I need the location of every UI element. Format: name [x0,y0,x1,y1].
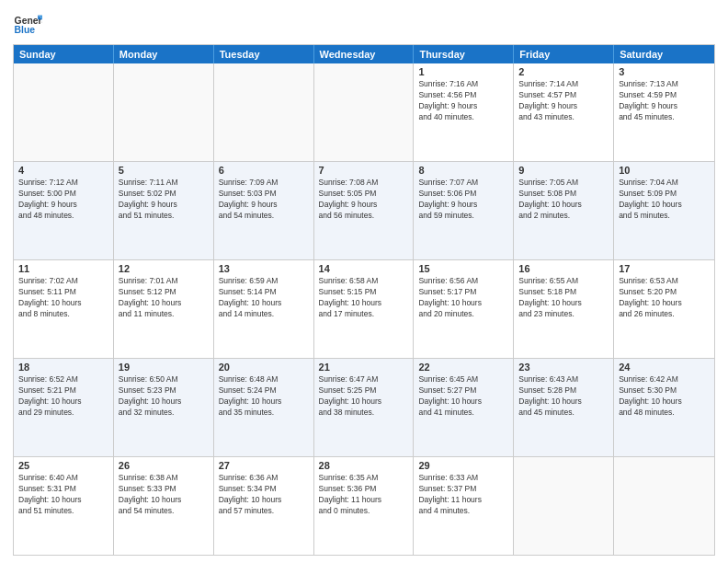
day-number: 5 [119,165,209,176]
day-number: 4 [18,165,108,176]
day-number: 8 [418,165,508,176]
day-number: 25 [18,460,108,471]
day-info: Sunrise: 7:04 AM Sunset: 5:09 PM Dayligh… [619,178,710,222]
day-header-saturday: Saturday [614,45,714,63]
day-cell: 3Sunrise: 7:13 AM Sunset: 4:59 PM Daylig… [614,63,714,161]
day-header-wednesday: Wednesday [314,45,415,63]
day-header-monday: Monday [114,45,214,63]
day-number: 6 [219,165,309,176]
day-number: 17 [619,263,710,274]
day-cell: 29Sunrise: 6:33 AM Sunset: 5:37 PM Dayli… [414,457,514,555]
day-cell [214,63,314,161]
week-row: 11Sunrise: 7:02 AM Sunset: 5:11 PM Dayli… [14,260,714,359]
day-info: Sunrise: 7:13 AM Sunset: 4:59 PM Dayligh… [619,79,710,123]
day-headers: SundayMondayTuesdayWednesdayThursdayFrid… [14,45,714,63]
day-info: Sunrise: 7:12 AM Sunset: 5:00 PM Dayligh… [18,178,108,222]
day-cell: 19Sunrise: 6:50 AM Sunset: 5:23 PM Dayli… [114,359,214,456]
day-cell: 20Sunrise: 6:48 AM Sunset: 5:24 PM Dayli… [214,359,314,456]
day-cell: 18Sunrise: 6:52 AM Sunset: 5:21 PM Dayli… [14,359,114,456]
day-info: Sunrise: 6:38 AM Sunset: 5:33 PM Dayligh… [119,473,209,517]
day-info: Sunrise: 7:08 AM Sunset: 5:05 PM Dayligh… [319,178,409,222]
week-row: 4Sunrise: 7:12 AM Sunset: 5:00 PM Daylig… [14,162,714,260]
day-info: Sunrise: 6:52 AM Sunset: 5:21 PM Dayligh… [18,374,108,419]
day-info: Sunrise: 7:01 AM Sunset: 5:12 PM Dayligh… [119,276,209,320]
day-cell: 10Sunrise: 7:04 AM Sunset: 5:09 PM Dayli… [614,162,714,259]
day-cell [14,63,114,161]
day-cell: 1Sunrise: 7:16 AM Sunset: 4:56 PM Daylig… [414,63,514,161]
day-number: 22 [418,362,508,373]
day-cell: 12Sunrise: 7:01 AM Sunset: 5:12 PM Dayli… [114,260,214,358]
day-info: Sunrise: 6:47 AM Sunset: 5:25 PM Dayligh… [319,374,409,419]
day-info: Sunrise: 6:36 AM Sunset: 5:34 PM Dayligh… [219,473,309,517]
day-number: 28 [319,460,409,471]
day-info: Sunrise: 6:43 AM Sunset: 5:28 PM Dayligh… [518,374,609,419]
day-number: 2 [518,66,609,77]
day-number: 3 [619,66,710,77]
day-info: Sunrise: 6:33 AM Sunset: 5:37 PM Dayligh… [418,473,508,517]
calendar: SundayMondayTuesdayWednesdayThursdayFrid… [13,44,715,556]
logo: General Blue [13,9,42,39]
day-cell: 13Sunrise: 6:59 AM Sunset: 5:14 PM Dayli… [214,260,314,358]
day-number: 12 [119,263,209,274]
day-cell: 9Sunrise: 7:05 AM Sunset: 5:08 PM Daylig… [514,162,614,259]
day-cell: 8Sunrise: 7:07 AM Sunset: 5:06 PM Daylig… [414,162,514,259]
day-cell: 25Sunrise: 6:40 AM Sunset: 5:31 PM Dayli… [14,457,114,555]
day-number: 15 [418,263,508,274]
day-number: 20 [219,362,309,373]
day-cell: 28Sunrise: 6:35 AM Sunset: 5:36 PM Dayli… [314,457,415,555]
week-row: 1Sunrise: 7:16 AM Sunset: 4:56 PM Daylig… [14,63,714,162]
day-info: Sunrise: 7:14 AM Sunset: 4:57 PM Dayligh… [518,79,609,123]
day-number: 24 [619,362,710,373]
day-info: Sunrise: 6:58 AM Sunset: 5:15 PM Dayligh… [319,276,409,320]
week-row: 25Sunrise: 6:40 AM Sunset: 5:31 PM Dayli… [14,457,714,555]
day-info: Sunrise: 6:56 AM Sunset: 5:17 PM Dayligh… [418,276,508,320]
day-info: Sunrise: 6:59 AM Sunset: 5:14 PM Dayligh… [219,276,309,320]
day-info: Sunrise: 6:50 AM Sunset: 5:23 PM Dayligh… [119,374,209,419]
day-number: 11 [18,263,108,274]
day-number: 7 [319,165,409,176]
day-cell: 14Sunrise: 6:58 AM Sunset: 5:15 PM Dayli… [314,260,415,358]
day-number: 23 [518,362,609,373]
day-header-thursday: Thursday [414,45,514,63]
day-cell [514,457,614,555]
day-info: Sunrise: 6:42 AM Sunset: 5:30 PM Dayligh… [619,374,710,419]
day-info: Sunrise: 7:05 AM Sunset: 5:08 PM Dayligh… [518,178,609,222]
day-number: 9 [518,165,609,176]
day-cell: 4Sunrise: 7:12 AM Sunset: 5:00 PM Daylig… [14,162,114,259]
day-info: Sunrise: 6:55 AM Sunset: 5:18 PM Dayligh… [518,276,609,320]
day-info: Sunrise: 6:53 AM Sunset: 5:20 PM Dayligh… [619,276,710,320]
day-cell: 22Sunrise: 6:45 AM Sunset: 5:27 PM Dayli… [414,359,514,456]
day-header-sunday: Sunday [14,45,114,63]
day-cell: 6Sunrise: 7:09 AM Sunset: 5:03 PM Daylig… [214,162,314,259]
day-cell: 11Sunrise: 7:02 AM Sunset: 5:11 PM Dayli… [14,260,114,358]
day-number: 13 [219,263,309,274]
day-cell: 21Sunrise: 6:47 AM Sunset: 5:25 PM Dayli… [314,359,415,456]
day-cell: 15Sunrise: 6:56 AM Sunset: 5:17 PM Dayli… [414,260,514,358]
day-info: Sunrise: 7:09 AM Sunset: 5:03 PM Dayligh… [219,178,309,222]
day-info: Sunrise: 6:45 AM Sunset: 5:27 PM Dayligh… [418,374,508,419]
day-number: 26 [119,460,209,471]
day-info: Sunrise: 7:16 AM Sunset: 4:56 PM Dayligh… [418,79,508,123]
day-cell: 27Sunrise: 6:36 AM Sunset: 5:34 PM Dayli… [214,457,314,555]
day-number: 21 [319,362,409,373]
day-number: 10 [619,165,710,176]
day-number: 1 [418,66,508,77]
week-row: 18Sunrise: 6:52 AM Sunset: 5:21 PM Dayli… [14,359,714,457]
day-info: Sunrise: 6:40 AM Sunset: 5:31 PM Dayligh… [18,473,108,517]
day-number: 18 [18,362,108,373]
day-header-friday: Friday [514,45,614,63]
day-cell: 16Sunrise: 6:55 AM Sunset: 5:18 PM Dayli… [514,260,614,358]
calendar-body: 1Sunrise: 7:16 AM Sunset: 4:56 PM Daylig… [14,63,714,555]
day-info: Sunrise: 7:07 AM Sunset: 5:06 PM Dayligh… [418,178,508,222]
day-cell [314,63,415,161]
svg-text:Blue: Blue [15,25,36,35]
day-number: 29 [418,460,508,471]
day-number: 14 [319,263,409,274]
day-cell [614,457,714,555]
day-info: Sunrise: 6:48 AM Sunset: 5:24 PM Dayligh… [219,374,309,419]
day-cell: 17Sunrise: 6:53 AM Sunset: 5:20 PM Dayli… [614,260,714,358]
day-cell: 5Sunrise: 7:11 AM Sunset: 5:02 PM Daylig… [114,162,214,259]
day-header-tuesday: Tuesday [214,45,314,63]
day-cell: 26Sunrise: 6:38 AM Sunset: 5:33 PM Dayli… [114,457,214,555]
day-info: Sunrise: 7:11 AM Sunset: 5:02 PM Dayligh… [119,178,209,222]
